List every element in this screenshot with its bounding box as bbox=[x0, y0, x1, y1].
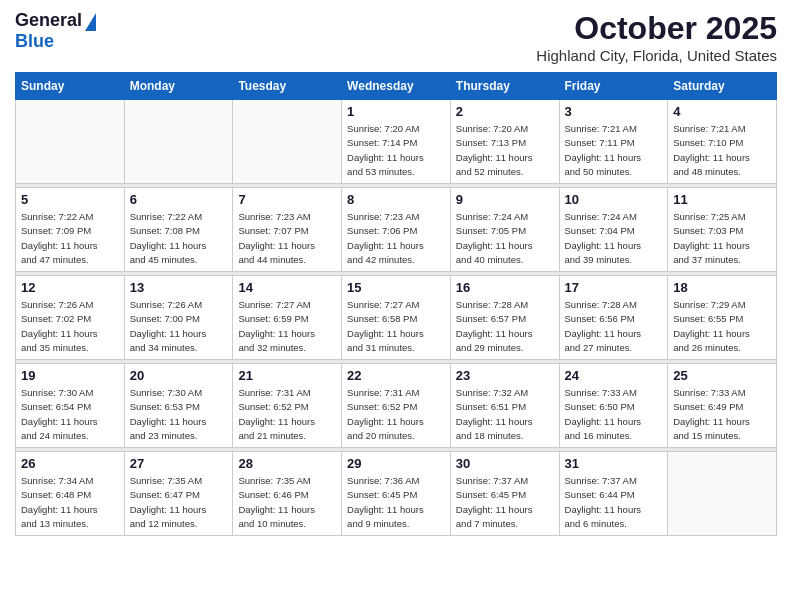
calendar-cell-w3-d4: 15Sunrise: 7:27 AM Sunset: 6:58 PM Dayli… bbox=[342, 276, 451, 360]
calendar-cell-w3-d2: 13Sunrise: 7:26 AM Sunset: 7:00 PM Dayli… bbox=[124, 276, 233, 360]
calendar-week-3: 12Sunrise: 7:26 AM Sunset: 7:02 PM Dayli… bbox=[16, 276, 777, 360]
calendar-week-2: 5Sunrise: 7:22 AM Sunset: 7:09 PM Daylig… bbox=[16, 188, 777, 272]
calendar-cell-w2-d7: 11Sunrise: 7:25 AM Sunset: 7:03 PM Dayli… bbox=[668, 188, 777, 272]
calendar-cell-w1-d5: 2Sunrise: 7:20 AM Sunset: 7:13 PM Daylig… bbox=[450, 100, 559, 184]
day-info: Sunrise: 7:33 AM Sunset: 6:50 PM Dayligh… bbox=[565, 386, 663, 443]
day-info: Sunrise: 7:31 AM Sunset: 6:52 PM Dayligh… bbox=[347, 386, 445, 443]
day-number: 23 bbox=[456, 368, 554, 383]
calendar-header-row: Sunday Monday Tuesday Wednesday Thursday… bbox=[16, 73, 777, 100]
calendar-cell-w3-d5: 16Sunrise: 7:28 AM Sunset: 6:57 PM Dayli… bbox=[450, 276, 559, 360]
calendar-cell-w4-d4: 22Sunrise: 7:31 AM Sunset: 6:52 PM Dayli… bbox=[342, 364, 451, 448]
day-info: Sunrise: 7:21 AM Sunset: 7:11 PM Dayligh… bbox=[565, 122, 663, 179]
day-number: 10 bbox=[565, 192, 663, 207]
day-info: Sunrise: 7:37 AM Sunset: 6:44 PM Dayligh… bbox=[565, 474, 663, 531]
calendar-cell-w1-d4: 1Sunrise: 7:20 AM Sunset: 7:14 PM Daylig… bbox=[342, 100, 451, 184]
day-number: 3 bbox=[565, 104, 663, 119]
location: Highland City, Florida, United States bbox=[536, 47, 777, 64]
day-info: Sunrise: 7:24 AM Sunset: 7:04 PM Dayligh… bbox=[565, 210, 663, 267]
day-number: 18 bbox=[673, 280, 771, 295]
day-number: 19 bbox=[21, 368, 119, 383]
calendar-cell-w1-d1 bbox=[16, 100, 125, 184]
day-info: Sunrise: 7:35 AM Sunset: 6:46 PM Dayligh… bbox=[238, 474, 336, 531]
day-number: 7 bbox=[238, 192, 336, 207]
calendar-cell-w1-d3 bbox=[233, 100, 342, 184]
calendar-week-4: 19Sunrise: 7:30 AM Sunset: 6:54 PM Dayli… bbox=[16, 364, 777, 448]
logo-blue-text: Blue bbox=[15, 31, 54, 51]
col-sunday: Sunday bbox=[16, 73, 125, 100]
day-info: Sunrise: 7:27 AM Sunset: 6:59 PM Dayligh… bbox=[238, 298, 336, 355]
calendar-cell-w2-d2: 6Sunrise: 7:22 AM Sunset: 7:08 PM Daylig… bbox=[124, 188, 233, 272]
calendar-cell-w2-d1: 5Sunrise: 7:22 AM Sunset: 7:09 PM Daylig… bbox=[16, 188, 125, 272]
calendar-cell-w4-d6: 24Sunrise: 7:33 AM Sunset: 6:50 PM Dayli… bbox=[559, 364, 668, 448]
calendar-cell-w4-d5: 23Sunrise: 7:32 AM Sunset: 6:51 PM Dayli… bbox=[450, 364, 559, 448]
day-info: Sunrise: 7:24 AM Sunset: 7:05 PM Dayligh… bbox=[456, 210, 554, 267]
page-container: General Blue October 2025 Highland City,… bbox=[0, 0, 792, 551]
day-number: 25 bbox=[673, 368, 771, 383]
calendar-cell-w2-d3: 7Sunrise: 7:23 AM Sunset: 7:07 PM Daylig… bbox=[233, 188, 342, 272]
day-number: 1 bbox=[347, 104, 445, 119]
day-info: Sunrise: 7:29 AM Sunset: 6:55 PM Dayligh… bbox=[673, 298, 771, 355]
day-number: 15 bbox=[347, 280, 445, 295]
day-info: Sunrise: 7:22 AM Sunset: 7:08 PM Dayligh… bbox=[130, 210, 228, 267]
day-info: Sunrise: 7:23 AM Sunset: 7:07 PM Dayligh… bbox=[238, 210, 336, 267]
day-info: Sunrise: 7:22 AM Sunset: 7:09 PM Dayligh… bbox=[21, 210, 119, 267]
calendar-cell-w2-d6: 10Sunrise: 7:24 AM Sunset: 7:04 PM Dayli… bbox=[559, 188, 668, 272]
day-number: 9 bbox=[456, 192, 554, 207]
calendar-cell-w5-d3: 28Sunrise: 7:35 AM Sunset: 6:46 PM Dayli… bbox=[233, 452, 342, 536]
calendar-cell-w5-d1: 26Sunrise: 7:34 AM Sunset: 6:48 PM Dayli… bbox=[16, 452, 125, 536]
day-number: 29 bbox=[347, 456, 445, 471]
day-number: 2 bbox=[456, 104, 554, 119]
day-number: 27 bbox=[130, 456, 228, 471]
day-number: 31 bbox=[565, 456, 663, 471]
title-section: October 2025 Highland City, Florida, Uni… bbox=[536, 10, 777, 64]
day-info: Sunrise: 7:30 AM Sunset: 6:53 PM Dayligh… bbox=[130, 386, 228, 443]
day-number: 22 bbox=[347, 368, 445, 383]
day-number: 30 bbox=[456, 456, 554, 471]
logo-general-text: General bbox=[15, 10, 82, 31]
day-info: Sunrise: 7:31 AM Sunset: 6:52 PM Dayligh… bbox=[238, 386, 336, 443]
calendar-cell-w3-d1: 12Sunrise: 7:26 AM Sunset: 7:02 PM Dayli… bbox=[16, 276, 125, 360]
day-number: 17 bbox=[565, 280, 663, 295]
day-number: 11 bbox=[673, 192, 771, 207]
day-info: Sunrise: 7:20 AM Sunset: 7:14 PM Dayligh… bbox=[347, 122, 445, 179]
col-friday: Friday bbox=[559, 73, 668, 100]
logo-triangle-icon bbox=[85, 13, 96, 31]
calendar-cell-w3-d3: 14Sunrise: 7:27 AM Sunset: 6:59 PM Dayli… bbox=[233, 276, 342, 360]
day-number: 16 bbox=[456, 280, 554, 295]
calendar-cell-w3-d6: 17Sunrise: 7:28 AM Sunset: 6:56 PM Dayli… bbox=[559, 276, 668, 360]
col-wednesday: Wednesday bbox=[342, 73, 451, 100]
calendar-week-1: 1Sunrise: 7:20 AM Sunset: 7:14 PM Daylig… bbox=[16, 100, 777, 184]
day-number: 13 bbox=[130, 280, 228, 295]
col-tuesday: Tuesday bbox=[233, 73, 342, 100]
day-info: Sunrise: 7:21 AM Sunset: 7:10 PM Dayligh… bbox=[673, 122, 771, 179]
day-info: Sunrise: 7:28 AM Sunset: 6:57 PM Dayligh… bbox=[456, 298, 554, 355]
calendar-cell-w2-d5: 9Sunrise: 7:24 AM Sunset: 7:05 PM Daylig… bbox=[450, 188, 559, 272]
calendar-cell-w2-d4: 8Sunrise: 7:23 AM Sunset: 7:06 PM Daylig… bbox=[342, 188, 451, 272]
day-number: 14 bbox=[238, 280, 336, 295]
day-info: Sunrise: 7:23 AM Sunset: 7:06 PM Dayligh… bbox=[347, 210, 445, 267]
day-info: Sunrise: 7:28 AM Sunset: 6:56 PM Dayligh… bbox=[565, 298, 663, 355]
day-number: 8 bbox=[347, 192, 445, 207]
day-info: Sunrise: 7:20 AM Sunset: 7:13 PM Dayligh… bbox=[456, 122, 554, 179]
day-number: 6 bbox=[130, 192, 228, 207]
calendar-table: Sunday Monday Tuesday Wednesday Thursday… bbox=[15, 72, 777, 536]
day-number: 5 bbox=[21, 192, 119, 207]
calendar-cell-w1-d7: 4Sunrise: 7:21 AM Sunset: 7:10 PM Daylig… bbox=[668, 100, 777, 184]
calendar-cell-w1-d6: 3Sunrise: 7:21 AM Sunset: 7:11 PM Daylig… bbox=[559, 100, 668, 184]
day-number: 21 bbox=[238, 368, 336, 383]
col-thursday: Thursday bbox=[450, 73, 559, 100]
day-number: 26 bbox=[21, 456, 119, 471]
calendar-cell-w4-d3: 21Sunrise: 7:31 AM Sunset: 6:52 PM Dayli… bbox=[233, 364, 342, 448]
calendar-cell-w4-d7: 25Sunrise: 7:33 AM Sunset: 6:49 PM Dayli… bbox=[668, 364, 777, 448]
day-number: 20 bbox=[130, 368, 228, 383]
col-saturday: Saturday bbox=[668, 73, 777, 100]
day-info: Sunrise: 7:36 AM Sunset: 6:45 PM Dayligh… bbox=[347, 474, 445, 531]
day-info: Sunrise: 7:33 AM Sunset: 6:49 PM Dayligh… bbox=[673, 386, 771, 443]
day-info: Sunrise: 7:37 AM Sunset: 6:45 PM Dayligh… bbox=[456, 474, 554, 531]
day-number: 24 bbox=[565, 368, 663, 383]
day-info: Sunrise: 7:26 AM Sunset: 7:02 PM Dayligh… bbox=[21, 298, 119, 355]
calendar-cell-w5-d5: 30Sunrise: 7:37 AM Sunset: 6:45 PM Dayli… bbox=[450, 452, 559, 536]
day-number: 28 bbox=[238, 456, 336, 471]
calendar-cell-w4-d1: 19Sunrise: 7:30 AM Sunset: 6:54 PM Dayli… bbox=[16, 364, 125, 448]
day-number: 4 bbox=[673, 104, 771, 119]
